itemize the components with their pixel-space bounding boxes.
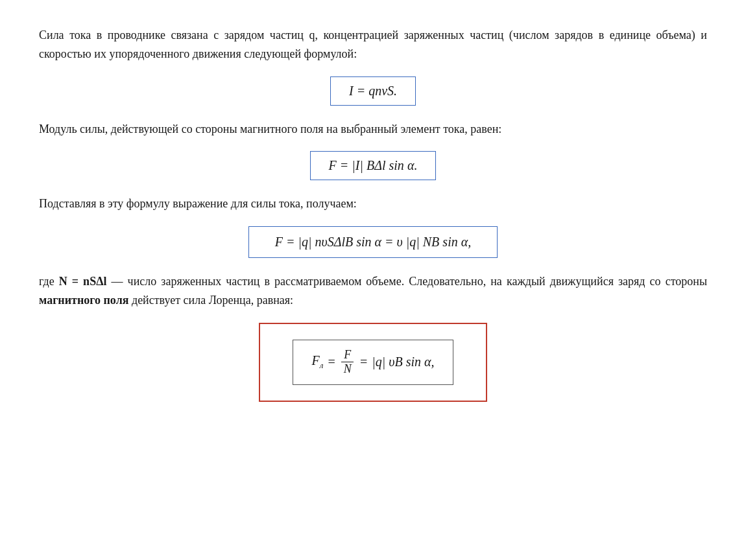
- main-content: Сила тока в проводнике связана с зарядом…: [39, 26, 707, 402]
- paragraph-3-text: Подставляя в эту формулу выражение для с…: [39, 197, 357, 210]
- formula-4-numerator: F: [341, 348, 354, 363]
- paragraph-2-text: Модуль силы, действующей со стороны магн…: [39, 122, 501, 135]
- formula-2-container: F = |I| BΔl sin α.: [39, 151, 707, 180]
- formula-4-inner: Fл = F N = |q| υB sin α,: [293, 340, 453, 385]
- formula-2-text: F = |I| BΔl sin α.: [329, 158, 418, 172]
- paragraph-4: где N = nSΔl — число заряженных частиц в…: [39, 272, 707, 310]
- formula-4-rhs: |q| υB sin α,: [372, 355, 434, 369]
- paragraph-3: Подставляя в эту формулу выражение для с…: [39, 194, 707, 213]
- formula-4-text: Fл = F N = |q| υB sin α,: [311, 348, 434, 377]
- formula-1-container: I = qnvS.: [39, 76, 707, 106]
- formula-4-eq2: =: [359, 355, 368, 369]
- formula-1-text: I = qnvS.: [349, 84, 397, 98]
- formula-2-box: F = |I| BΔl sin α.: [310, 151, 437, 180]
- paragraph-2: Модуль силы, действующей со стороны магн…: [39, 120, 707, 139]
- formula-4-denominator: N: [341, 362, 354, 377]
- paragraph-1: Сила тока в проводнике связана с зарядом…: [39, 26, 707, 64]
- formula-3-container: F = |q| nυSΔlB sin α = υ |q| NB sin α,: [39, 226, 707, 258]
- formula-3-text: F = |q| nυSΔlB sin α = υ |q| NB sin α,: [275, 235, 471, 249]
- paragraph-1-text: Сила тока в проводнике связана с зарядом…: [39, 29, 707, 60]
- paragraph-4-start: где N = nSΔl — число заряженных частиц в…: [39, 275, 707, 307]
- formula-4-eq1: =: [327, 355, 336, 369]
- formula-4-container: Fл = F N = |q| υB sin α,: [39, 323, 707, 402]
- formula-3-box: F = |q| nυSΔlB sin α = υ |q| NB sin α,: [248, 226, 498, 258]
- formula-4-box: Fл = F N = |q| υB sin α,: [259, 323, 487, 402]
- formula-4-fraction: F N: [341, 348, 354, 377]
- formula-1-box: I = qnvS.: [330, 76, 416, 106]
- formula-4-lhs: Fл: [311, 353, 323, 371]
